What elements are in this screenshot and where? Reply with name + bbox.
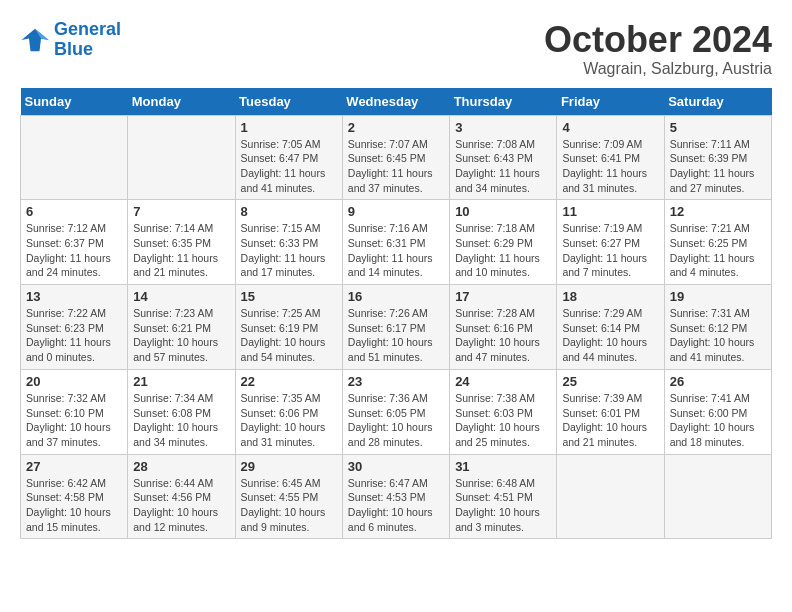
day-info: Sunrise: 7:39 AM Sunset: 6:01 PM Dayligh… [562, 391, 658, 450]
day-info: Sunrise: 7:23 AM Sunset: 6:21 PM Dayligh… [133, 306, 229, 365]
day-number: 20 [26, 374, 122, 389]
day-number: 23 [348, 374, 444, 389]
day-number: 24 [455, 374, 551, 389]
day-info: Sunrise: 7:34 AM Sunset: 6:08 PM Dayligh… [133, 391, 229, 450]
day-info: Sunrise: 7:15 AM Sunset: 6:33 PM Dayligh… [241, 221, 337, 280]
calendar-cell: 31Sunrise: 6:48 AM Sunset: 4:51 PM Dayli… [450, 454, 557, 539]
calendar-cell: 5Sunrise: 7:11 AM Sunset: 6:39 PM Daylig… [664, 115, 771, 200]
day-info: Sunrise: 7:21 AM Sunset: 6:25 PM Dayligh… [670, 221, 766, 280]
day-info: Sunrise: 7:36 AM Sunset: 6:05 PM Dayligh… [348, 391, 444, 450]
day-info: Sunrise: 7:09 AM Sunset: 6:41 PM Dayligh… [562, 137, 658, 196]
calendar-cell: 16Sunrise: 7:26 AM Sunset: 6:17 PM Dayli… [342, 285, 449, 370]
calendar-cell: 4Sunrise: 7:09 AM Sunset: 6:41 PM Daylig… [557, 115, 664, 200]
day-number: 2 [348, 120, 444, 135]
header-saturday: Saturday [664, 88, 771, 116]
day-number: 29 [241, 459, 337, 474]
day-info: Sunrise: 6:42 AM Sunset: 4:58 PM Dayligh… [26, 476, 122, 535]
day-number: 15 [241, 289, 337, 304]
calendar-cell: 23Sunrise: 7:36 AM Sunset: 6:05 PM Dayli… [342, 369, 449, 454]
location: Wagrain, Salzburg, Austria [544, 60, 772, 78]
day-number: 28 [133, 459, 229, 474]
day-info: Sunrise: 6:45 AM Sunset: 4:55 PM Dayligh… [241, 476, 337, 535]
day-number: 17 [455, 289, 551, 304]
logo-general: General [54, 19, 121, 39]
day-number: 8 [241, 204, 337, 219]
calendar-cell: 3Sunrise: 7:08 AM Sunset: 6:43 PM Daylig… [450, 115, 557, 200]
calendar-cell: 7Sunrise: 7:14 AM Sunset: 6:35 PM Daylig… [128, 200, 235, 285]
day-number: 13 [26, 289, 122, 304]
calendar-cell: 8Sunrise: 7:15 AM Sunset: 6:33 PM Daylig… [235, 200, 342, 285]
day-number: 12 [670, 204, 766, 219]
calendar-cell: 22Sunrise: 7:35 AM Sunset: 6:06 PM Dayli… [235, 369, 342, 454]
calendar-week-5: 27Sunrise: 6:42 AM Sunset: 4:58 PM Dayli… [21, 454, 772, 539]
calendar-cell: 14Sunrise: 7:23 AM Sunset: 6:21 PM Dayli… [128, 285, 235, 370]
logo-blue: Blue [54, 39, 93, 59]
calendar-cell [664, 454, 771, 539]
day-number: 22 [241, 374, 337, 389]
calendar-cell: 1Sunrise: 7:05 AM Sunset: 6:47 PM Daylig… [235, 115, 342, 200]
calendar-cell [128, 115, 235, 200]
calendar-cell: 20Sunrise: 7:32 AM Sunset: 6:10 PM Dayli… [21, 369, 128, 454]
calendar-cell: 17Sunrise: 7:28 AM Sunset: 6:16 PM Dayli… [450, 285, 557, 370]
day-number: 30 [348, 459, 444, 474]
header-wednesday: Wednesday [342, 88, 449, 116]
header-monday: Monday [128, 88, 235, 116]
calendar-cell: 27Sunrise: 6:42 AM Sunset: 4:58 PM Dayli… [21, 454, 128, 539]
calendar-header-row: SundayMondayTuesdayWednesdayThursdayFrid… [21, 88, 772, 116]
calendar-week-2: 6Sunrise: 7:12 AM Sunset: 6:37 PM Daylig… [21, 200, 772, 285]
calendar-week-4: 20Sunrise: 7:32 AM Sunset: 6:10 PM Dayli… [21, 369, 772, 454]
day-info: Sunrise: 7:07 AM Sunset: 6:45 PM Dayligh… [348, 137, 444, 196]
day-info: Sunrise: 6:44 AM Sunset: 4:56 PM Dayligh… [133, 476, 229, 535]
day-number: 14 [133, 289, 229, 304]
calendar-cell: 29Sunrise: 6:45 AM Sunset: 4:55 PM Dayli… [235, 454, 342, 539]
title-block: October 2024 Wagrain, Salzburg, Austria [544, 20, 772, 78]
day-info: Sunrise: 7:22 AM Sunset: 6:23 PM Dayligh… [26, 306, 122, 365]
month-title: October 2024 [544, 20, 772, 60]
day-info: Sunrise: 7:08 AM Sunset: 6:43 PM Dayligh… [455, 137, 551, 196]
day-info: Sunrise: 6:47 AM Sunset: 4:53 PM Dayligh… [348, 476, 444, 535]
day-info: Sunrise: 7:14 AM Sunset: 6:35 PM Dayligh… [133, 221, 229, 280]
day-number: 31 [455, 459, 551, 474]
day-number: 25 [562, 374, 658, 389]
calendar-cell [557, 454, 664, 539]
calendar-week-1: 1Sunrise: 7:05 AM Sunset: 6:47 PM Daylig… [21, 115, 772, 200]
calendar-cell: 9Sunrise: 7:16 AM Sunset: 6:31 PM Daylig… [342, 200, 449, 285]
day-info: Sunrise: 7:11 AM Sunset: 6:39 PM Dayligh… [670, 137, 766, 196]
header-thursday: Thursday [450, 88, 557, 116]
day-info: Sunrise: 7:31 AM Sunset: 6:12 PM Dayligh… [670, 306, 766, 365]
day-number: 27 [26, 459, 122, 474]
day-number: 5 [670, 120, 766, 135]
day-info: Sunrise: 7:25 AM Sunset: 6:19 PM Dayligh… [241, 306, 337, 365]
day-number: 4 [562, 120, 658, 135]
day-number: 9 [348, 204, 444, 219]
svg-marker-0 [22, 29, 49, 52]
calendar-cell: 15Sunrise: 7:25 AM Sunset: 6:19 PM Dayli… [235, 285, 342, 370]
page-header: General Blue October 2024 Wagrain, Salzb… [20, 20, 772, 78]
calendar-cell: 12Sunrise: 7:21 AM Sunset: 6:25 PM Dayli… [664, 200, 771, 285]
day-info: Sunrise: 7:05 AM Sunset: 6:47 PM Dayligh… [241, 137, 337, 196]
day-info: Sunrise: 7:38 AM Sunset: 6:03 PM Dayligh… [455, 391, 551, 450]
day-number: 11 [562, 204, 658, 219]
logo-icon [20, 25, 50, 55]
day-number: 18 [562, 289, 658, 304]
day-info: Sunrise: 7:26 AM Sunset: 6:17 PM Dayligh… [348, 306, 444, 365]
calendar-cell: 21Sunrise: 7:34 AM Sunset: 6:08 PM Dayli… [128, 369, 235, 454]
calendar-cell: 13Sunrise: 7:22 AM Sunset: 6:23 PM Dayli… [21, 285, 128, 370]
day-number: 3 [455, 120, 551, 135]
calendar-cell: 30Sunrise: 6:47 AM Sunset: 4:53 PM Dayli… [342, 454, 449, 539]
calendar-cell: 24Sunrise: 7:38 AM Sunset: 6:03 PM Dayli… [450, 369, 557, 454]
day-number: 26 [670, 374, 766, 389]
header-tuesday: Tuesday [235, 88, 342, 116]
calendar-cell: 6Sunrise: 7:12 AM Sunset: 6:37 PM Daylig… [21, 200, 128, 285]
day-info: Sunrise: 7:35 AM Sunset: 6:06 PM Dayligh… [241, 391, 337, 450]
day-number: 21 [133, 374, 229, 389]
day-number: 16 [348, 289, 444, 304]
logo: General Blue [20, 20, 121, 60]
calendar-cell: 19Sunrise: 7:31 AM Sunset: 6:12 PM Dayli… [664, 285, 771, 370]
day-number: 19 [670, 289, 766, 304]
day-info: Sunrise: 7:29 AM Sunset: 6:14 PM Dayligh… [562, 306, 658, 365]
calendar-cell: 25Sunrise: 7:39 AM Sunset: 6:01 PM Dayli… [557, 369, 664, 454]
calendar-cell: 28Sunrise: 6:44 AM Sunset: 4:56 PM Dayli… [128, 454, 235, 539]
day-info: Sunrise: 6:48 AM Sunset: 4:51 PM Dayligh… [455, 476, 551, 535]
day-number: 7 [133, 204, 229, 219]
